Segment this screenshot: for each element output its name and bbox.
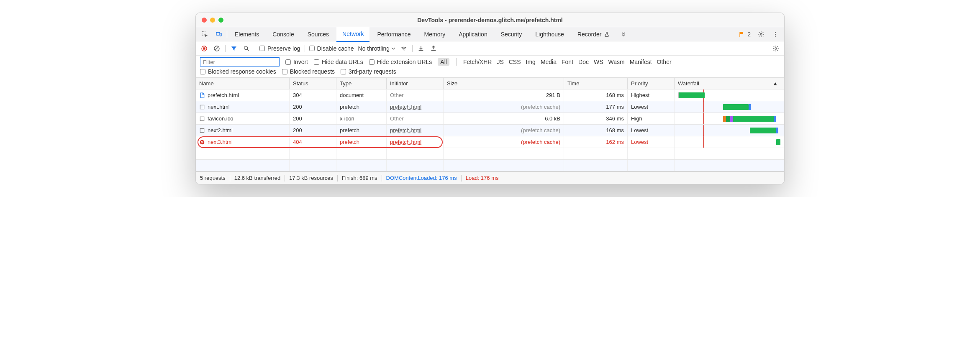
- tab-memory[interactable]: Memory: [418, 27, 452, 41]
- filter-type-wasm[interactable]: Wasm: [608, 59, 625, 65]
- request-size: (prefetch cache): [444, 101, 564, 112]
- import-har-icon[interactable]: [417, 44, 425, 53]
- request-initiator[interactable]: prefetch.html: [387, 101, 444, 112]
- tab-lighthouse[interactable]: Lighthouse: [529, 27, 570, 41]
- filter-type-css[interactable]: CSS: [509, 59, 521, 65]
- filter-type-other[interactable]: Other: [657, 59, 672, 65]
- tab-application[interactable]: Application: [453, 27, 493, 41]
- request-time: 168 ms: [564, 125, 628, 136]
- inspect-icon[interactable]: [198, 28, 211, 41]
- filter-input[interactable]: [200, 57, 280, 66]
- devtools-window: DevTools - prerender-demos.glitch.me/pre…: [195, 13, 785, 184]
- kebab-menu-icon[interactable]: [769, 28, 782, 41]
- filter-type-img[interactable]: Img: [526, 59, 536, 65]
- request-type: x-icon: [336, 113, 387, 124]
- svg-point-10: [244, 46, 248, 49]
- flask-icon: [604, 31, 610, 37]
- invert-label: Invert: [293, 59, 308, 65]
- filter-type-doc[interactable]: Doc: [578, 59, 589, 65]
- tab-recorder[interactable]: Recorder: [572, 27, 616, 41]
- col-priority[interactable]: Priority: [628, 78, 675, 89]
- svg-rect-1: [216, 32, 220, 35]
- blocked-response-cookies-input[interactable]: [200, 69, 205, 74]
- invert-checkbox[interactable]: Invert: [285, 59, 308, 65]
- request-initiator: Other: [387, 89, 444, 101]
- network-settings-icon[interactable]: [772, 44, 780, 53]
- filter-type-ws[interactable]: WS: [594, 59, 603, 65]
- device-toolbar-icon[interactable]: [213, 28, 225, 41]
- dcl-time: DOMContentLoaded: 176 ms: [386, 175, 457, 181]
- col-waterfall[interactable]: Waterfall ▲: [675, 78, 784, 89]
- table-row[interactable]: favicon.ico200x-iconOther6.0 kB346 msHig…: [196, 113, 784, 125]
- invert-input[interactable]: [285, 59, 291, 65]
- third-party-label: 3rd-party requests: [349, 68, 396, 75]
- request-type: document: [336, 89, 387, 101]
- network-toolbar: Preserve log Disable cache No throttling: [196, 41, 784, 56]
- clear-button[interactable]: [213, 44, 221, 53]
- request-initiator[interactable]: prefetch.html: [387, 125, 444, 136]
- divider: [461, 175, 462, 182]
- filter-toggle-icon[interactable]: [230, 44, 238, 53]
- search-icon[interactable]: [242, 44, 251, 53]
- tab-console[interactable]: Console: [267, 27, 300, 41]
- request-priority: Lowest: [628, 136, 675, 148]
- filter-type-font[interactable]: Font: [562, 59, 573, 65]
- col-name[interactable]: Name: [196, 78, 290, 89]
- table-row[interactable]: next.html200prefetchprefetch.html(prefet…: [196, 101, 784, 113]
- blocked-response-cookies-checkbox[interactable]: Blocked response cookies: [200, 68, 276, 75]
- tab-elements[interactable]: Elements: [229, 27, 265, 41]
- divider: [225, 45, 226, 52]
- preserve-log-checkbox[interactable]: Preserve log: [259, 45, 300, 52]
- more-tabs-icon[interactable]: [617, 28, 630, 41]
- preserve-log-input[interactable]: [259, 46, 265, 51]
- col-size[interactable]: Size: [444, 78, 564, 89]
- throttling-select[interactable]: No throttling: [358, 45, 395, 52]
- col-status[interactable]: Status: [290, 78, 336, 89]
- disable-cache-input[interactable]: [309, 46, 315, 51]
- tab-performance[interactable]: Performance: [371, 27, 416, 41]
- col-time-label: Time: [567, 80, 579, 87]
- col-time[interactable]: Time: [564, 78, 628, 89]
- request-name: next2.html: [208, 127, 233, 133]
- request-initiator[interactable]: prefetch.html: [387, 136, 444, 148]
- request-name: prefetch.html: [208, 92, 239, 98]
- col-initiator[interactable]: Initiator: [387, 78, 444, 89]
- hide-ext-urls-checkbox[interactable]: Hide extension URLs: [369, 59, 432, 65]
- export-har-icon[interactable]: [429, 44, 438, 53]
- col-type[interactable]: Type: [336, 78, 387, 89]
- tab-sources[interactable]: Sources: [302, 27, 335, 41]
- filter-type-manifest[interactable]: Manifest: [630, 59, 652, 65]
- table-row[interactable]: next2.html200prefetchprefetch.html(prefe…: [196, 125, 784, 136]
- divider: [412, 45, 413, 52]
- network-conditions-icon[interactable]: [400, 44, 408, 53]
- third-party-checkbox[interactable]: 3rd-party requests: [341, 68, 396, 75]
- filter-type-js[interactable]: JS: [497, 59, 503, 65]
- filter-type-fetch[interactable]: Fetch/XHR: [463, 59, 492, 65]
- table-header: Name Status Type Initiator Size Time Pri…: [196, 78, 784, 89]
- warnings-count: 2: [747, 31, 751, 38]
- hide-data-urls-input[interactable]: [314, 59, 319, 65]
- svg-rect-12: [200, 105, 204, 109]
- request-name: next3.html: [208, 139, 233, 145]
- table-row[interactable]: prefetch.html304documentOther291 B168 ms…: [196, 89, 784, 101]
- resource-type-filters: All Fetch/XHR JS CSS Img Media Font Doc …: [438, 58, 671, 66]
- filter-type-media[interactable]: Media: [541, 59, 557, 65]
- panel-tabs: Elements Console Sources Network Perform…: [196, 27, 784, 41]
- request-waterfall: [675, 113, 784, 124]
- third-party-input[interactable]: [341, 69, 346, 74]
- blocked-requests-checkbox[interactable]: Blocked requests: [282, 68, 335, 75]
- tab-security[interactable]: Security: [495, 27, 528, 41]
- settings-icon[interactable]: [755, 28, 767, 41]
- table-row[interactable]: next3.html404prefetchprefetch.html(prefe…: [196, 136, 784, 148]
- hide-data-urls-checkbox[interactable]: Hide data URLs: [314, 59, 363, 65]
- tab-network[interactable]: Network: [336, 27, 369, 42]
- request-time: 162 ms: [564, 136, 628, 148]
- request-waterfall: [675, 101, 784, 112]
- divider: [230, 175, 230, 182]
- disable-cache-checkbox[interactable]: Disable cache: [309, 45, 354, 52]
- filter-type-all[interactable]: All: [438, 58, 449, 66]
- record-button[interactable]: [200, 44, 208, 53]
- warnings-badge[interactable]: 2: [736, 31, 753, 38]
- hide-ext-urls-input[interactable]: [369, 59, 375, 65]
- blocked-requests-input[interactable]: [282, 69, 287, 74]
